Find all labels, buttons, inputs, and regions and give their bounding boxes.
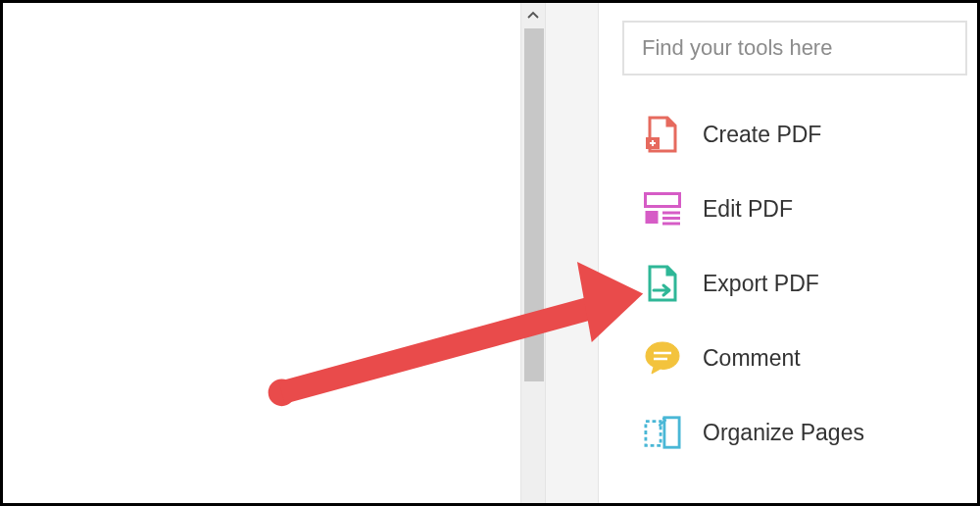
- tool-label: Export PDF: [703, 271, 819, 297]
- export-pdf-icon: [644, 265, 681, 302]
- tools-sidebar: Create PDF Edit PDF: [599, 3, 977, 503]
- tool-create-pdf[interactable]: Create PDF: [622, 97, 957, 172]
- tools-search[interactable]: [622, 21, 967, 76]
- tool-organize-pages[interactable]: Organize Pages: [622, 395, 957, 470]
- tool-label: Create PDF: [703, 122, 821, 148]
- tools-search-input[interactable]: [642, 35, 948, 61]
- tool-export-pdf[interactable]: Export PDF: [622, 246, 957, 321]
- scroll-up-button[interactable]: [521, 3, 545, 28]
- document-area: [3, 3, 520, 503]
- chevron-up-icon: [527, 10, 539, 22]
- tool-comment[interactable]: Comment: [622, 321, 957, 395]
- comment-icon: [644, 339, 681, 377]
- edit-pdf-icon: [644, 190, 681, 228]
- tool-edit-pdf[interactable]: Edit PDF: [622, 172, 957, 246]
- tool-list: Create PDF Edit PDF: [622, 97, 957, 470]
- tool-label: Organize Pages: [703, 420, 864, 446]
- svg-rect-2: [646, 211, 659, 224]
- create-pdf-icon: [644, 116, 681, 153]
- svg-rect-8: [646, 422, 661, 446]
- app-window: Create PDF Edit PDF: [0, 0, 980, 506]
- vertical-scrollbar[interactable]: [520, 3, 546, 503]
- tool-label: Comment: [703, 345, 801, 372]
- organize-pages-icon: [644, 414, 681, 451]
- tool-label: Edit PDF: [703, 196, 793, 223]
- scrollbar-thumb[interactable]: [524, 28, 544, 381]
- panel-gutter: [546, 3, 599, 503]
- svg-rect-9: [664, 418, 679, 447]
- svg-rect-1: [646, 194, 680, 207]
